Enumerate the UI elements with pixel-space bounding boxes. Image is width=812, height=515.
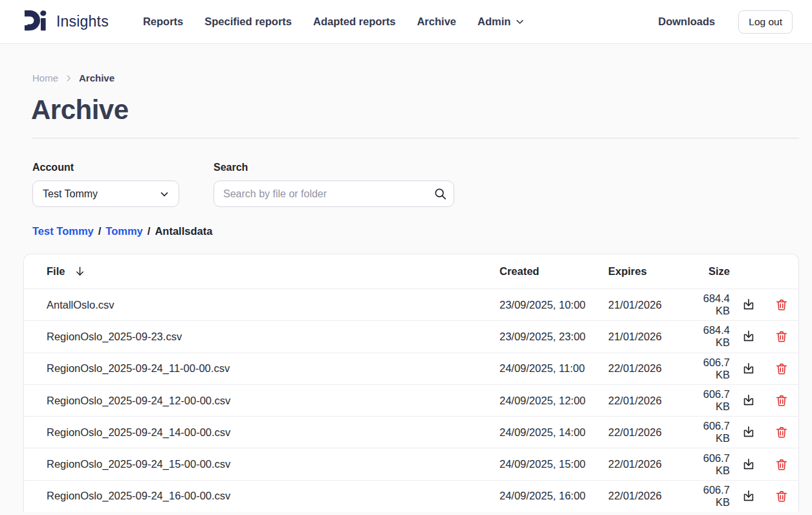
trash-icon xyxy=(774,425,789,439)
folder-path-current: Antallsdata xyxy=(155,225,212,237)
download-icon xyxy=(741,329,756,344)
account-field-group: Account Test Tommy xyxy=(32,162,179,207)
file-name: RegionOslo_2025-09-24_12-00-00.csv xyxy=(47,395,499,407)
download-button[interactable] xyxy=(736,292,761,317)
chevron-down-icon xyxy=(159,188,170,200)
table-row: RegionOslo_2025-09-24_15-00-00.csv 24/09… xyxy=(24,448,798,479)
table-row: RegionOslo_2025-09-24_11-00-00.csv 24/09… xyxy=(24,353,798,384)
delete-button[interactable] xyxy=(769,420,794,444)
created-cell: 24/09/2025, 16:00 xyxy=(499,490,608,502)
breadcrumb-home-link[interactable]: Home xyxy=(32,72,58,83)
search-submit-button[interactable] xyxy=(428,182,452,205)
size-cell: 606.7 KB xyxy=(688,484,730,509)
file-name: RegionOslo_2025-09-24_14-00-00.csv xyxy=(47,426,499,439)
table-row: RegionOslo_2025-09-24_16-00-00.csv 24/09… xyxy=(24,480,798,512)
delete-button[interactable] xyxy=(769,388,794,413)
downloads-link[interactable]: Downloads xyxy=(658,16,715,28)
chevron-down-icon xyxy=(515,17,525,27)
nav-item-archive[interactable]: Archive xyxy=(417,16,456,28)
breadcrumb: Home Archive xyxy=(32,72,799,83)
trash-icon xyxy=(774,457,789,472)
account-select-value: Test Tommy xyxy=(43,188,98,200)
main-nav: Reports Specified reports Adapted report… xyxy=(143,16,525,28)
delete-button[interactable] xyxy=(769,292,794,317)
file-name: RegionOslo_2025-09-23.csv xyxy=(47,331,499,343)
brand-logo[interactable]: Insights xyxy=(23,9,109,35)
column-header-file: File xyxy=(47,265,65,278)
trash-icon xyxy=(774,329,789,344)
breadcrumb-chevron-icon xyxy=(64,74,73,83)
trash-icon xyxy=(774,298,789,312)
created-cell: 23/09/2025, 10:00 xyxy=(499,299,608,311)
table-row: RegionOslo_2025-09-24_14-00-00.csv 24/09… xyxy=(24,416,798,448)
download-button[interactable] xyxy=(736,356,761,381)
created-cell: 24/09/2025, 14:00 xyxy=(499,426,608,439)
table-row: RegionOslo_2025-09-23.csv 23/09/2025, 23… xyxy=(24,320,798,352)
file-name: RegionOslo_2025-09-24_15-00-00.csv xyxy=(47,458,499,470)
brand-name: Insights xyxy=(56,13,109,30)
delete-button[interactable] xyxy=(769,452,794,477)
file-table: File Created Expires Size AntallOslo.csv… xyxy=(23,254,799,512)
trash-icon xyxy=(774,489,789,503)
expires-cell: 21/01/2026 xyxy=(608,299,688,311)
page-title: Archive xyxy=(31,94,799,126)
expires-cell: 21/01/2026 xyxy=(608,331,688,343)
brand-logo-icon xyxy=(23,9,50,35)
created-cell: 24/09/2025, 15:00 xyxy=(499,458,608,470)
breadcrumb-current: Archive xyxy=(79,72,115,83)
download-button[interactable] xyxy=(736,420,761,444)
title-divider xyxy=(32,138,799,138)
table-header-row: File Created Expires Size xyxy=(24,254,798,289)
expires-cell: 22/01/2026 xyxy=(608,490,688,502)
search-field-group: Search xyxy=(214,162,454,207)
file-name: RegionOslo_2025-09-24_11-00-00.csv xyxy=(47,362,499,375)
trash-icon xyxy=(774,362,789,376)
file-name: RegionOslo_2025-09-24_16-00-00.csv xyxy=(47,490,499,502)
download-icon xyxy=(741,425,756,439)
download-icon xyxy=(741,298,756,312)
download-button[interactable] xyxy=(736,484,761,509)
nav-item-admin[interactable]: Admin xyxy=(477,16,525,28)
created-cell: 24/09/2025, 11:00 xyxy=(499,362,608,375)
trash-icon xyxy=(774,393,789,408)
delete-button[interactable] xyxy=(769,484,794,509)
expires-cell: 22/01/2026 xyxy=(608,426,688,439)
main-content: Home Archive Archive Account Test Tommy … xyxy=(0,72,812,512)
search-label: Search xyxy=(214,162,454,173)
folder-path-breadcrumb: Test Tommy / Tommy / Antallsdata xyxy=(32,225,799,237)
topbar-right: Downloads Log out xyxy=(658,10,793,34)
nav-item-reports[interactable]: Reports xyxy=(143,16,183,28)
size-cell: 606.7 KB xyxy=(688,452,730,477)
created-cell: 24/09/2025, 12:00 xyxy=(499,395,608,407)
nav-item-adapted-reports[interactable]: Adapted reports xyxy=(313,16,395,28)
expires-cell: 22/01/2026 xyxy=(608,395,688,407)
delete-button[interactable] xyxy=(769,356,794,381)
download-button[interactable] xyxy=(736,388,761,413)
logout-button[interactable]: Log out xyxy=(738,10,793,34)
created-cell: 23/09/2025, 23:00 xyxy=(499,331,608,343)
column-header-expires: Expires xyxy=(608,265,688,278)
nav-item-specified-reports[interactable]: Specified reports xyxy=(204,16,292,28)
size-cell: 606.7 KB xyxy=(688,388,730,413)
folder-path-link-folder[interactable]: Tommy xyxy=(105,225,142,237)
download-icon xyxy=(741,489,756,503)
folder-path-separator: / xyxy=(98,225,102,237)
expires-cell: 22/01/2026 xyxy=(608,362,688,375)
size-cell: 684.4 KB xyxy=(688,292,730,317)
expires-cell: 22/01/2026 xyxy=(608,458,688,470)
folder-path-link-account[interactable]: Test Tommy xyxy=(32,225,94,237)
top-navigation-bar: Insights Reports Specified reports Adapt… xyxy=(0,0,812,44)
size-cell: 606.7 KB xyxy=(688,420,730,444)
column-header-created: Created xyxy=(499,265,608,278)
search-icon xyxy=(433,187,447,201)
size-cell: 684.4 KB xyxy=(688,324,730,349)
sort-button[interactable] xyxy=(72,264,87,279)
account-select[interactable]: Test Tommy xyxy=(32,181,179,207)
search-input[interactable] xyxy=(214,181,454,207)
table-row: RegionOslo_2025-09-24_12-00-00.csv 24/09… xyxy=(24,384,798,416)
download-icon xyxy=(741,362,756,376)
delete-button[interactable] xyxy=(769,324,794,349)
download-button[interactable] xyxy=(736,452,761,477)
download-button[interactable] xyxy=(736,324,761,349)
column-header-size: Size xyxy=(688,265,730,278)
